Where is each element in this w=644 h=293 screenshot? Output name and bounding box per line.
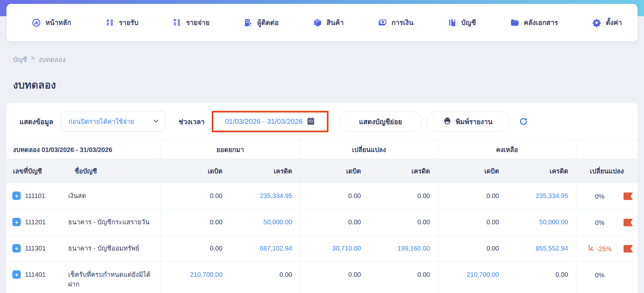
nav-item-income[interactable]: รายรับ [105, 17, 138, 28]
col-header-chg-debit: เดบิต [300, 159, 369, 183]
filter-bar: แสดงข้อมูล ก่อนปิดรายได้ค่าใช้จ่าย ช่วงเ… [6, 103, 638, 140]
chg-credit-cell: 0.00 [369, 209, 438, 235]
expand-plus-icon[interactable]: + [12, 244, 21, 252]
chg-debit-cell: 30,710.00 [300, 236, 369, 262]
change-pct-value: -25% [576, 244, 623, 254]
nav-item-label: คลังเอกสาร [524, 17, 558, 28]
nav-item-documents[interactable]: คลังเอกสาร [510, 17, 558, 28]
change-pct-value: 0% [576, 270, 623, 280]
bf-credit-cell: 687,102.94 [230, 236, 300, 262]
nav-item-label: สินค้า [327, 17, 344, 28]
change-pct-cell: 0% [576, 262, 638, 293]
nav-item-label: ตั้งค่า [606, 17, 622, 28]
col-header-change-pct: เปลี่ยนแปลง [576, 159, 638, 183]
nav-item-products[interactable]: สินค้า [313, 17, 344, 28]
bal-credit-cell: 235,334.95 [507, 183, 576, 209]
contacts-icon [244, 18, 253, 27]
date-range-value: 01/03/2026 - 31/03/2026 [225, 117, 303, 126]
money-icon [378, 18, 387, 27]
nav-item-settings[interactable]: ตั้งค่า [592, 17, 622, 28]
account-number: 111201 [25, 217, 46, 227]
chevron-down-icon [152, 117, 160, 126]
refresh-icon[interactable] [518, 116, 529, 127]
nav-item-label: รายรับ [119, 17, 138, 28]
show-sub-accounts-button[interactable]: แสดงบัญชีย่อย [339, 111, 422, 132]
breadcrumb-parent[interactable]: บัญชี [13, 54, 27, 65]
bf-credit-cell: 0.00 [230, 262, 300, 293]
group-header-balance: คงเหลือ [438, 140, 576, 159]
date-range-picker[interactable]: 01/03/2026 - 31/03/2026 [212, 111, 328, 132]
col-header-chg-credit: เครดิต [369, 159, 438, 183]
account-number-cell: +111401 [6, 262, 68, 293]
nav-item-expense[interactable]: รายจ่าย [173, 17, 209, 28]
nav-item-finance[interactable]: การเงิน [378, 17, 413, 28]
bf-credit-cell: 235,334.95 [230, 183, 300, 209]
bal-debit-cell: 0.00 [438, 236, 507, 262]
bf-debit-cell: 0.00 [160, 236, 230, 262]
print-report-label: พิมพ์รายงาน [456, 116, 492, 127]
nav-item-contacts[interactable]: ผู้ติดต่อ [244, 17, 279, 28]
bookmark-flag-icon[interactable] [624, 193, 633, 200]
account-number: 111301 [25, 243, 46, 253]
expand-plus-icon[interactable]: + [12, 192, 21, 200]
calendar-icon [306, 117, 315, 127]
account-number: 111101 [25, 191, 45, 201]
bf-debit-cell: 0.00 [160, 183, 230, 209]
table-row: +111201ธนาคาร - บัญชีกระแสรายวัน0.0050,0… [6, 209, 638, 236]
change-pct-cell: -25% [576, 236, 638, 262]
expand-plus-icon[interactable]: + [12, 270, 21, 279]
bal-credit-cell: 855,552.94 [507, 236, 576, 262]
printer-icon [443, 117, 451, 126]
table-body: +111101เงินสด0.00235,334.950.000.000.002… [6, 183, 638, 293]
main-nav: หน้าหลักรายรับรายจ่ายผู้ติดต่อสินค้าการเ… [6, 4, 638, 41]
gear-icon [592, 18, 601, 27]
bf-debit-cell: 0.00 [160, 209, 230, 235]
account-number-cell: +111201 [6, 209, 68, 235]
bookmark-flag-icon[interactable] [624, 245, 633, 252]
print-report-button[interactable]: พิมพ์รายงาน [426, 111, 509, 132]
breadcrumb-separator: > [31, 54, 35, 65]
group-header-change: เปลี่ยนแปลง [300, 140, 438, 159]
bookmark-flag-icon[interactable] [624, 219, 633, 226]
bf-credit-cell: 50,000.00 [230, 209, 300, 235]
col-header-bal-debit: เดบิต [438, 159, 507, 183]
display-mode-select[interactable]: ก่อนปิดรายได้ค่าใช้จ่าย [61, 111, 166, 132]
chg-credit-cell: 0.00 [369, 262, 438, 293]
expand-plus-icon[interactable]: + [12, 218, 21, 226]
chg-debit-cell: 0.00 [300, 262, 369, 293]
decline-chart-icon [588, 244, 595, 254]
period-label: ช่วงเวลา [179, 116, 205, 127]
account-name-cell: ธนาคาร - บัญชีกระแสรายวัน [68, 209, 160, 235]
bf-debit-cell: 210,700.00 [160, 262, 230, 293]
nav-item-accounting[interactable]: บัญชี [447, 17, 476, 28]
nav-item-home[interactable]: หน้าหลัก [32, 17, 71, 28]
change-pct-value: 0% [576, 192, 623, 201]
nav-item-label: การเงิน [391, 17, 413, 28]
col-header-bf-debit: เดบิต [160, 159, 230, 183]
account-number-cell: +111301 [6, 236, 68, 262]
cube-icon [313, 18, 322, 27]
page-title: งบทดลอง [13, 76, 56, 93]
dashboard-icon [32, 18, 41, 27]
nav-item-label: หน้าหลัก [45, 17, 71, 28]
chg-debit-cell: 0.00 [300, 183, 369, 209]
chg-credit-cell: 199,160.00 [369, 236, 438, 262]
chg-credit-cell: 0.00 [369, 183, 438, 209]
folder-icon [510, 18, 519, 27]
group-header-empty [576, 140, 638, 159]
col-header-account-no: เลขที่บัญชี [6, 159, 68, 183]
chg-debit-cell: 0.00 [300, 209, 369, 235]
change-pct-value: 0% [576, 218, 623, 228]
bal-credit-cell: 0.00 [507, 262, 576, 293]
table-row: +111101เงินสด0.00235,334.950.000.000.002… [6, 183, 638, 209]
display-mode-value: ก่อนปิดรายได้ค่าใช้จ่าย [68, 116, 134, 127]
nav-item-label: ผู้ติดต่อ [257, 17, 279, 28]
col-header-bal-credit: เครดิต [507, 159, 576, 183]
change-pct-cell: 0% [576, 183, 638, 209]
display-data-label: แสดงข้อมูล [19, 116, 53, 127]
account-number: 111401 [25, 270, 46, 279]
income-icon [105, 18, 114, 27]
breadcrumb-current: งบทดลอง [39, 54, 66, 65]
bal-debit-cell: 0.00 [438, 209, 507, 235]
group-header-brought-forward: ยอดยกมา [160, 140, 300, 159]
